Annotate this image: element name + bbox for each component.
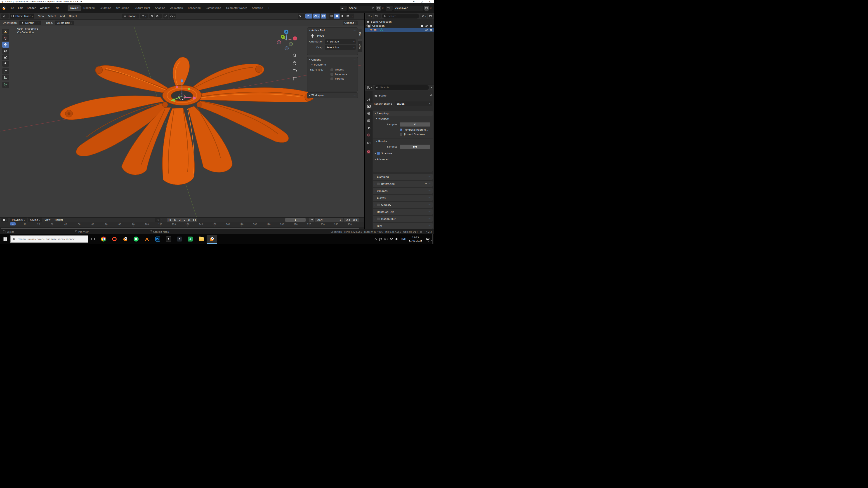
outliner-filter-button[interactable]: ▾	[421, 13, 427, 19]
timeline-editor-dropdown[interactable]: ▾	[1, 218, 8, 222]
panel-grip-icon[interactable]: ∷∷	[429, 197, 431, 199]
tray-clock[interactable]: 18:53 31.01.2025	[408, 234, 423, 244]
pin-icon[interactable]	[430, 94, 432, 97]
tray-volume-button[interactable]	[394, 234, 399, 244]
tab-shading[interactable]: Shading	[153, 5, 168, 11]
tab-animation[interactable]: Animation	[168, 5, 185, 11]
collection-checkbox[interactable]: ✓	[421, 25, 423, 27]
tool-select-box[interactable]	[2, 29, 9, 35]
viewport-menu-object[interactable]: Object	[67, 14, 79, 19]
viewport-menu-view[interactable]: View	[36, 14, 46, 19]
active-tool-title[interactable]: Active Tool	[311, 29, 325, 32]
render-engine-dropdown[interactable]: EEVEE ▾	[395, 101, 432, 106]
tab-texture-properties[interactable]	[365, 148, 373, 156]
taskbar-search-box[interactable]	[10, 235, 88, 242]
taskbar-app-explorer[interactable]	[196, 234, 207, 244]
overlays-toggle[interactable]: ▾	[313, 13, 320, 19]
tab-texture-paint[interactable]: Texture Paint	[132, 5, 153, 11]
shading-wireframe-button[interactable]	[329, 13, 334, 19]
auto-keying-dropdown[interactable]: ▾	[161, 219, 162, 221]
menu-file[interactable]: File	[8, 6, 16, 10]
viewport-menu-add[interactable]: Add	[58, 14, 67, 19]
menu-render[interactable]: Render	[25, 6, 38, 10]
tray-cast-button[interactable]	[378, 234, 383, 244]
viewport-menu-select[interactable]: Select	[46, 14, 58, 19]
scene-type-dropdown[interactable]: ▾	[340, 6, 347, 11]
tab-scripting[interactable]: Scripting	[250, 5, 266, 11]
snap-toggle[interactable]	[149, 13, 154, 19]
shadows-checkbox[interactable]: ✓	[377, 152, 380, 155]
tab-modeling[interactable]: Modeling	[81, 5, 97, 11]
close-button[interactable]: ×	[426, 0, 434, 3]
taskbar-app-misc[interactable]	[174, 234, 185, 244]
menu-edit[interactable]: Edit	[16, 6, 25, 10]
show-desktop-button[interactable]	[432, 234, 434, 244]
panel-grip-icon[interactable]: ∷∷	[429, 176, 431, 178]
motion-blur-checkbox[interactable]	[377, 218, 380, 220]
panel-grip-icon[interactable]: ∷∷	[429, 204, 431, 206]
tab-uv-editing[interactable]: UV Editing	[114, 5, 131, 11]
transform-orientation-dropdown[interactable]: Global ▾	[122, 13, 139, 19]
minimize-button[interactable]: ─	[410, 0, 417, 3]
task-view-button[interactable]	[88, 234, 98, 244]
editor-type-dropdown[interactable]: ▾	[1, 13, 8, 19]
breadcrumb-scene[interactable]: Scene	[379, 94, 386, 97]
properties-search[interactable]	[374, 85, 429, 90]
panel-grip-icon[interactable]: ∷∷	[429, 190, 431, 192]
disable-camera-icon[interactable]	[430, 29, 432, 31]
timeline-ruler[interactable]: 1 10203040506070809010011012013014015016…	[0, 222, 364, 227]
viewport-samples-field[interactable]: 21	[400, 123, 430, 127]
pivot-point-dropdown[interactable]: ▾	[140, 13, 148, 19]
panel-grip-icon[interactable]: ∷∷	[429, 183, 431, 185]
timeline-menu-view[interactable]: View	[42, 218, 53, 222]
hide-eye-icon[interactable]	[425, 25, 428, 27]
properties-search-input[interactable]	[380, 86, 427, 89]
properties-section-motion-blur[interactable]: ▸Motion Blur∷∷	[373, 216, 433, 222]
tab-render-properties[interactable]	[365, 103, 373, 109]
jump-next-keyframe-button[interactable]: ▶▶	[187, 218, 192, 222]
outliner-search[interactable]	[382, 13, 419, 19]
render-samples-field[interactable]: 395	[400, 144, 430, 149]
panel-grip-icon[interactable]: ∷∷	[429, 112, 431, 115]
panel-grip-icon[interactable]: ∷∷	[354, 29, 356, 31]
menu-help[interactable]: Help	[52, 6, 61, 10]
advanced-subpanel-header[interactable]: ▸ Advanced	[373, 157, 433, 162]
disable-camera-icon[interactable]	[430, 25, 432, 27]
affect-parents-checkbox[interactable]	[331, 77, 333, 80]
options-title[interactable]: Options	[311, 58, 321, 61]
jittered-shadows-checkbox[interactable]	[400, 133, 402, 136]
tool-transform[interactable]	[2, 61, 9, 67]
maximize-button[interactable]: ▢	[417, 0, 426, 3]
tool-drag-dropdown[interactable]: Select Box ▾	[55, 21, 74, 25]
tray-wifi-button[interactable]	[389, 234, 394, 244]
shading-material-button[interactable]	[340, 13, 345, 19]
sampling-panel-header[interactable]: ▾ Sampling ∷∷	[373, 111, 433, 116]
affect-origins-checkbox[interactable]	[331, 68, 333, 71]
np-drag-dropdown[interactable]: Select Box ▾	[325, 45, 356, 50]
visibility-filter-dropdown[interactable]: ▾	[298, 13, 305, 19]
falloff-dropdown[interactable]: ▾	[169, 13, 176, 19]
raytracing-checkbox[interactable]	[377, 183, 380, 185]
tool-move[interactable]	[2, 42, 9, 48]
add-workspace-button[interactable]: +	[266, 5, 272, 11]
camera-view-control[interactable]	[292, 69, 297, 73]
viewport-options-dropdown[interactable]: Options ▾	[343, 21, 358, 25]
viewlayer-name-field[interactable]: ViewLayer	[394, 6, 423, 11]
properties-options-dropdown[interactable]: ▾	[431, 87, 432, 89]
tab-output-properties[interactable]	[365, 109, 373, 117]
shading-rendered-button[interactable]	[345, 13, 350, 19]
panel-grip-icon[interactable]: ∷∷	[354, 59, 356, 61]
zoom-control[interactable]	[292, 53, 297, 58]
tray-expand-button[interactable]	[373, 234, 378, 244]
scrollbar-thumb[interactable]	[1, 228, 359, 229]
panel-grip-icon[interactable]: ∷∷	[429, 218, 431, 220]
tab-collection-properties[interactable]	[365, 138, 373, 148]
presets-list-icon[interactable]: ∶≡	[425, 183, 428, 185]
affect-locations-checkbox[interactable]	[331, 73, 333, 76]
taskbar-app-blender-active[interactable]	[207, 235, 217, 244]
frame-end-field[interactable]: End 250	[344, 218, 359, 222]
panel-grip-icon[interactable]: ∷∷	[429, 211, 431, 213]
tool-measure[interactable]	[2, 74, 9, 80]
start-button[interactable]	[0, 234, 10, 244]
viewport-3d[interactable]: Z Y X User Perspective (1) Collection	[0, 26, 364, 217]
